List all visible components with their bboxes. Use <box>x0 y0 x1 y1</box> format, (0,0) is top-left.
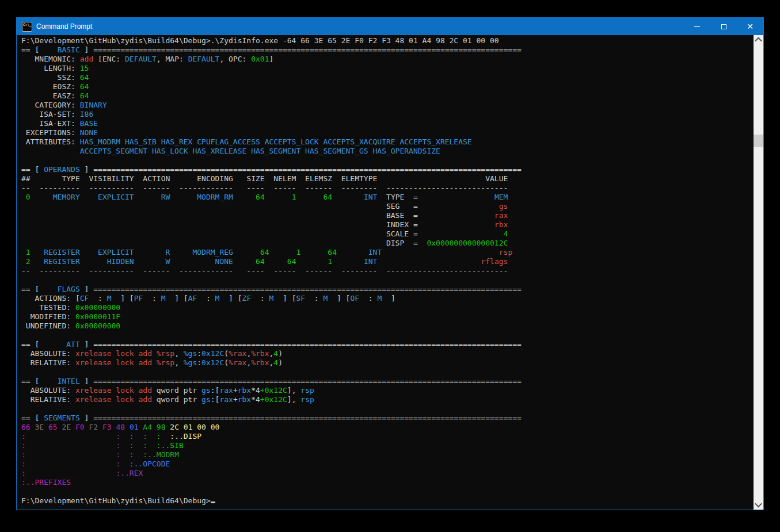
terminal-line <box>21 368 754 377</box>
terminal-line: LENGTH: 15 <box>21 64 754 73</box>
terminal-line: MODIFIED: 0x0000011F <box>21 312 754 322</box>
close-icon: ✕ <box>747 22 754 30</box>
scrollbar[interactable] <box>754 35 763 510</box>
terminal-line: : : : :..MODRM <box>21 450 754 460</box>
terminal-line: RELATIVE: xrelease lock add %rsp, %gs:0x… <box>21 358 754 368</box>
scrollbar-thumb[interactable] <box>754 135 763 147</box>
maximize-icon <box>721 24 726 29</box>
terminal-line: EASZ: 64 <box>21 91 754 101</box>
terminal-line: == [ ATT ] =============================… <box>21 340 754 349</box>
minimize-button[interactable] <box>684 18 710 35</box>
terminal-line: 0 MEMORY EXPLICIT RW MODRM_RM 64 1 64 IN… <box>21 193 754 202</box>
terminal-line <box>21 487 754 496</box>
terminal-line: == [ SEGMENTS ] ========================… <box>21 414 754 423</box>
terminal-line: SCALE = 4 <box>21 229 754 239</box>
terminal-line: -- --------- ---------- ------ ---------… <box>21 183 754 193</box>
terminal-line: == [ BASIC ] ===========================… <box>21 45 754 55</box>
terminal-line: BASE = rax <box>21 211 754 220</box>
terminal-line <box>21 156 754 165</box>
terminal-line: ATTRIBUTES: HAS_MODRM HAS_SIB HAS_REX CP… <box>21 137 754 147</box>
terminal-line: F:\Development\GitHub\zydis\Build64\Debu… <box>21 36 754 45</box>
terminal-line <box>21 275 754 285</box>
scroll-down-button[interactable] <box>754 500 763 510</box>
terminal-line: : : : : : :..DISP <box>21 432 754 441</box>
terminal-line: 2 REGISTER HIDDEN W NONE 64 64 1 INT rfl… <box>21 257 754 266</box>
terminal-line: EXCEPTIONS: NONE <box>21 128 754 137</box>
terminal-line: ISA-SET: I86 <box>21 110 754 119</box>
maximize-button[interactable] <box>710 18 737 35</box>
terminal-line: ABSOLUTE: xrelease lock add %rsp, %gs:0x… <box>21 349 754 358</box>
scroll-down-icon <box>755 500 762 508</box>
terminal-line: 1 REGISTER EXPLICIT R MODRM_REG 64 1 64 … <box>21 248 754 257</box>
terminal-line: RELATIVE: xrelease lock add qword ptr gs… <box>21 395 754 404</box>
terminal-line: :..PREFIXES <box>21 478 754 487</box>
terminal-line: : : : : :..SIB <box>21 441 754 450</box>
terminal-line: TESTED: 0x00000000 <box>21 303 754 312</box>
text-cursor <box>211 502 215 503</box>
close-button[interactable]: ✕ <box>737 18 763 35</box>
titlebar[interactable]: Command Prompt ✕ <box>17 18 763 35</box>
cmd-icon <box>22 22 32 32</box>
terminal-output[interactable]: F:\Development\GitHub\zydis\Build64\Debu… <box>17 35 754 510</box>
terminal-line: ## TYPE VISIBILITY ACTION ENCODING SIZE … <box>21 174 754 183</box>
command-prompt-window: Command Prompt ✕ F:\Development\GitHub\z… <box>16 17 764 510</box>
terminal-line: == [ FLAGS ] ===========================… <box>21 285 754 294</box>
terminal-line: ABSOLUTE: xrelease lock add qword ptr gs… <box>21 386 754 395</box>
terminal-line: F:\Development\GitHub\zydis\Build64\Debu… <box>21 496 754 506</box>
terminal-line: == [ OPERANDS ] ========================… <box>21 165 754 174</box>
window-controls: ✕ <box>684 18 763 35</box>
terminal-line: ACTIONS: [CF : M ] [PF : M ] [AF : M ] [… <box>21 294 754 303</box>
terminal-line: DISP = 0x000000000000012C <box>21 239 754 248</box>
terminal-line: : :..REX <box>21 469 754 478</box>
window-title: Command Prompt <box>36 22 92 30</box>
terminal-line: EOSZ: 64 <box>21 82 754 91</box>
terminal-line: : : :..OPCODE <box>21 460 754 469</box>
terminal-line: MNEMONIC: add [ENC: DEFAULT, MAP: DEFAUL… <box>21 55 754 64</box>
scroll-up-icon <box>755 37 762 45</box>
terminal-line: INDEX = rbx <box>21 220 754 229</box>
terminal-line: == [ INTEL ] ===========================… <box>21 377 754 386</box>
terminal-line: CATEGORY: BINARY <box>21 101 754 110</box>
terminal-line: -- --------- ---------- ------ ---------… <box>21 266 754 275</box>
terminal-line: SSZ: 64 <box>21 73 754 82</box>
terminal-line: 66 3E 65 2E F0 F2 F3 48 01 A4 98 2C 01 0… <box>21 423 754 432</box>
terminal-line: ISA-EXT: BASE <box>21 119 754 128</box>
terminal-line <box>21 404 754 414</box>
terminal-line: UNDEFINED: 0x00000000 <box>21 322 754 331</box>
terminal-line <box>21 331 754 340</box>
terminal-line: SEG = gs <box>21 202 754 211</box>
minimize-icon <box>694 26 700 27</box>
terminal-line: ACCEPTS_SEGMENT HAS_LOCK HAS_XRELEASE HA… <box>21 147 754 156</box>
scroll-up-button[interactable] <box>754 35 763 45</box>
